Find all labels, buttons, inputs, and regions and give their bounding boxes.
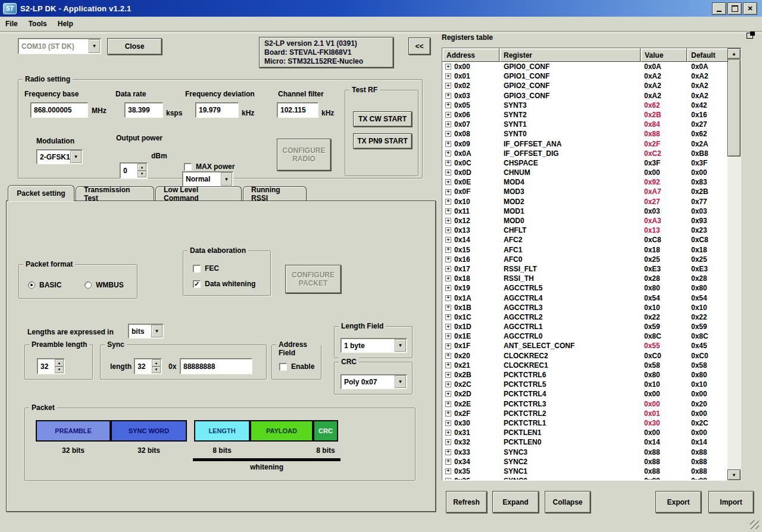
register-value[interactable]: 0x88 — [641, 457, 687, 467]
register-value[interactable]: 0x01 — [641, 409, 687, 418]
spin-down-icon[interactable]: ▼ — [55, 367, 64, 374]
register-value[interactable]: 0x88 — [641, 129, 687, 139]
register-row[interactable]: +0x31PCKTLEN10x000x00 — [442, 428, 728, 437]
chevron-down-icon[interactable]: ▼ — [395, 375, 406, 388]
register-value[interactable]: 0x88 — [641, 447, 687, 457]
expand-icon[interactable]: + — [445, 93, 451, 99]
register-value[interactable]: 0xC8 — [641, 235, 687, 245]
refresh-button[interactable]: Refresh — [446, 491, 487, 513]
register-value[interactable]: 0x62 — [641, 101, 687, 110]
register-row[interactable]: +0x1EAGCCTRL00x8C0x8C — [442, 331, 728, 341]
chevron-down-icon[interactable]: ▼ — [151, 325, 163, 337]
register-value[interactable]: 0x8C — [641, 331, 687, 341]
register-value[interactable]: 0xA7 — [641, 187, 687, 196]
expand-icon[interactable]: + — [445, 333, 451, 339]
expand-icon[interactable]: + — [445, 401, 451, 407]
channel-filter-input[interactable] — [277, 102, 318, 118]
expand-icon[interactable]: + — [445, 102, 451, 108]
register-value[interactable]: 0x80 — [641, 370, 687, 380]
expand-icon[interactable]: + — [445, 362, 451, 368]
column-register[interactable]: Register — [499, 48, 641, 62]
com-port-select[interactable]: COM10 (ST DK) ▼ — [18, 38, 101, 54]
expand-icon[interactable]: + — [445, 266, 451, 272]
register-value[interactable]: 0x59 — [641, 322, 687, 331]
expand-icon[interactable]: + — [445, 64, 451, 70]
power-mode-select[interactable]: Normal ▼ — [182, 171, 233, 187]
register-value[interactable]: 0x00 — [641, 399, 687, 409]
menu-tools[interactable]: Tools — [23, 18, 52, 29]
data-rate-input[interactable] — [124, 102, 163, 118]
registers-scrollbar[interactable]: ▲ ▼ — [727, 48, 741, 480]
expand-icon[interactable]: + — [445, 276, 451, 281]
register-row[interactable]: +0x32PCKTLEN00x140x14 — [442, 437, 728, 447]
data-whitening-checkbox[interactable]: Data whitening — [193, 280, 255, 288]
register-value[interactable]: 0x10 — [641, 380, 687, 389]
register-value[interactable]: 0x10 — [641, 303, 687, 312]
spin-down-icon[interactable]: ▼ — [138, 171, 146, 178]
register-row[interactable]: +0x2DPCKTCTRL40x000x00 — [442, 389, 728, 399]
expand-icon[interactable]: + — [445, 305, 451, 311]
spin-up-icon[interactable]: ▲ — [138, 164, 146, 171]
register-row[interactable]: +0x0DCHNUM0x000x00 — [442, 168, 728, 177]
expand-icon[interactable]: + — [445, 141, 451, 147]
scroll-up-icon[interactable]: ▲ — [727, 48, 741, 59]
register-value[interactable]: 0xA2 — [641, 71, 687, 81]
register-row[interactable]: +0x15AFC10x180x18 — [442, 245, 728, 255]
register-value[interactable]: 0x25 — [641, 255, 687, 264]
checkbox-icon[interactable] — [193, 265, 201, 273]
register-value[interactable]: 0x88 — [641, 467, 687, 476]
expand-icon[interactable]: + — [445, 170, 451, 176]
chevron-down-icon[interactable]: ▼ — [395, 339, 406, 352]
expand-icon[interactable]: + — [445, 208, 451, 214]
expand-icon[interactable]: + — [445, 256, 451, 262]
expand-button[interactable]: Expand — [492, 491, 539, 513]
register-row[interactable]: +0x0EMOD40x920x83 — [442, 177, 728, 187]
register-row[interactable]: +0x06SYNT20x2B0x16 — [442, 110, 728, 120]
register-row[interactable]: +0x2CPCKTCTRL50x100x10 — [442, 380, 728, 389]
register-value[interactable]: 0x13 — [641, 226, 687, 235]
length-field-select[interactable]: 1 byte ▼ — [341, 338, 407, 353]
register-row[interactable]: +0x34SYNC20x880x88 — [442, 457, 728, 467]
register-row[interactable]: +0x16AFC00x250x25 — [442, 255, 728, 264]
register-value[interactable]: 0x00 — [641, 168, 687, 177]
expand-icon[interactable]: + — [445, 83, 451, 89]
register-row[interactable]: +0x08SYNT00x880x62 — [442, 129, 728, 139]
expand-icon[interactable]: + — [445, 131, 451, 137]
frequency-base-value[interactable] — [31, 103, 93, 117]
expand-icon[interactable]: + — [445, 179, 451, 185]
register-value[interactable]: 0x58 — [641, 361, 687, 370]
register-row[interactable]: +0x20CLOCKREC20xC00xC0 — [442, 351, 728, 361]
register-value[interactable]: 0x00 — [641, 389, 687, 399]
expand-icon[interactable]: + — [445, 430, 451, 436]
expand-icon[interactable]: + — [445, 478, 451, 480]
maximize-button[interactable] — [727, 2, 742, 15]
register-value[interactable]: 0x27 — [641, 197, 687, 206]
sync-word-input[interactable] — [180, 358, 252, 374]
expand-icon[interactable]: + — [445, 247, 451, 253]
preamble-length-stepper[interactable]: 32 ▲▼ — [37, 358, 65, 374]
register-value[interactable]: 0x0A — [641, 62, 687, 71]
scroll-down-icon[interactable]: ▼ — [727, 470, 741, 480]
expand-icon[interactable]: + — [445, 372, 451, 378]
register-value[interactable]: 0x3F — [641, 158, 687, 168]
max-power-checkbox[interactable]: MAX power — [184, 162, 235, 171]
tab-low-level-command[interactable]: Low Level Command — [155, 186, 242, 201]
column-address[interactable]: Address — [442, 48, 499, 62]
register-value[interactable]: 0x28 — [641, 274, 687, 283]
register-row[interactable]: +0x35SYNC10x880x88 — [442, 467, 728, 476]
register-row[interactable]: +0x05SYNT30x620x42 — [442, 101, 728, 110]
expand-icon[interactable]: + — [445, 411, 451, 417]
register-row[interactable]: +0x2BPCKTCTRL60x800x80 — [442, 370, 728, 380]
expand-icon[interactable]: + — [445, 237, 451, 243]
register-value[interactable]: 0x30 — [641, 418, 687, 428]
expand-icon[interactable]: + — [445, 381, 451, 387]
register-row[interactable]: +0x21CLOCKREC10x580x58 — [442, 361, 728, 370]
expand-icon[interactable]: + — [445, 160, 451, 166]
register-row[interactable]: +0x01GPIO1_CONF0xA20xA2 — [442, 71, 728, 81]
register-row[interactable]: +0x1BAGCCTRL30x100x10 — [442, 303, 728, 312]
resize-grip[interactable] — [750, 520, 759, 529]
expand-icon[interactable]: + — [445, 420, 451, 426]
register-row[interactable]: +0x0CCHSPACE0x3F0x3F — [442, 158, 728, 168]
close-connection-button[interactable]: Close — [107, 38, 162, 55]
sync-length-stepper[interactable]: 32 ▲▼ — [134, 358, 162, 374]
